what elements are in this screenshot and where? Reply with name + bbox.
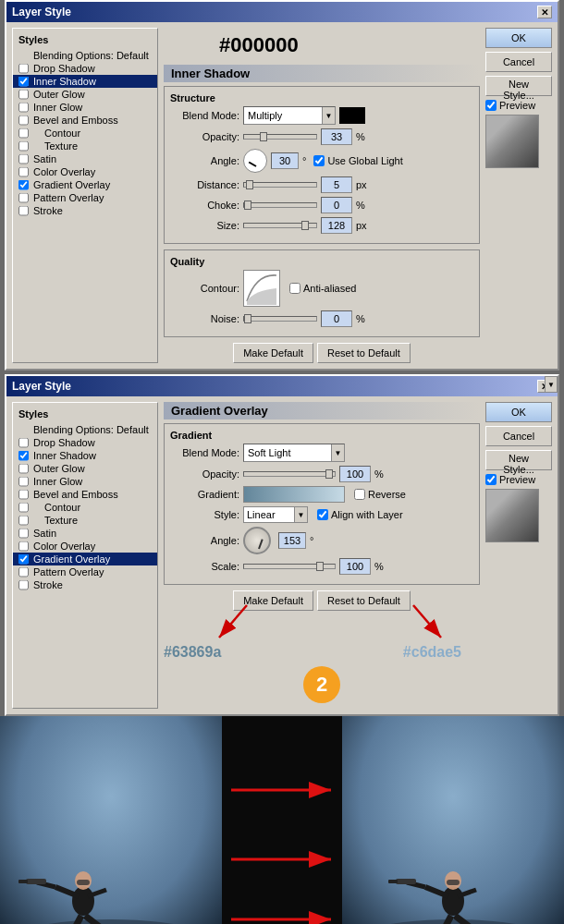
opacity-value[interactable]: 33 (321, 128, 352, 145)
sidebar1-checkbox-contour[interactable] (18, 128, 29, 139)
sidebar2-checkbox-inner-glow[interactable] (18, 477, 29, 487)
sidebar1-item-contour[interactable]: Contour (13, 127, 157, 140)
use-global-light-checkbox[interactable] (313, 155, 325, 166)
angle-dial[interactable] (243, 149, 267, 173)
sidebar2-item-color-overlay[interactable]: Color Overlay (13, 540, 157, 553)
sidebar2-checkbox-contour[interactable] (18, 503, 29, 513)
reverse-checkbox[interactable] (354, 489, 365, 500)
sidebar1-checkbox-inner-glow[interactable] (18, 103, 29, 113)
sidebar1-checkbox-bevel-emboss[interactable] (18, 116, 29, 126)
contour-preview[interactable] (243, 270, 280, 307)
sidebar1-checkbox-gradient-overlay[interactable] (18, 180, 29, 190)
choke-slider[interactable] (243, 202, 317, 208)
sidebar1-checkbox-stroke[interactable] (18, 206, 29, 216)
sidebar1-item-bevel-emboss[interactable]: Bevel and Emboss (13, 114, 157, 127)
sidebar2-item-satin[interactable]: Satin (13, 527, 157, 540)
grad-blend-mode-dropdown[interactable]: Soft Light ▼ (243, 444, 345, 462)
noise-value[interactable]: 0 (321, 310, 352, 327)
anti-aliased-label[interactable]: Anti-aliased (289, 283, 356, 294)
sidebar2-item-bevel-emboss[interactable]: Bevel and Emboss (13, 488, 157, 501)
sidebar2-item-inner-glow[interactable]: Inner Glow (13, 475, 157, 488)
cancel-button-2[interactable]: Cancel (485, 426, 552, 446)
ok-button-1[interactable]: OK (485, 28, 552, 48)
align-with-layer-checkbox[interactable] (317, 509, 328, 520)
new-style-button-1[interactable]: New Style... (485, 76, 552, 96)
sidebar1-blending-options[interactable]: Blending Options: Default (13, 49, 157, 62)
grad-opacity-slider[interactable] (243, 471, 336, 477)
sidebar1-checkbox-drop-shadow[interactable] (18, 64, 29, 74)
distance-thumb[interactable] (246, 180, 253, 189)
ok-button-2[interactable]: OK (485, 402, 552, 422)
sidebar1-checkbox-inner-shadow[interactable] (18, 77, 29, 87)
distance-slider[interactable] (243, 182, 317, 188)
sidebar2-item-texture[interactable]: Texture (13, 514, 157, 527)
grad-scale-slider[interactable] (243, 564, 336, 569)
sidebar2-checkbox-satin[interactable] (18, 529, 29, 539)
choke-value[interactable]: 0 (321, 197, 352, 213)
sidebar2-checkbox-color-overlay[interactable] (18, 541, 29, 552)
sidebar2-item-inner-shadow[interactable]: Inner Shadow (13, 449, 157, 462)
dialog1-close-button[interactable]: ✕ (537, 6, 552, 18)
sidebar2-checkbox-drop-shadow[interactable] (18, 438, 29, 448)
reverse-label[interactable]: Reverse (354, 489, 406, 500)
grad-opacity-thumb[interactable] (325, 469, 333, 479)
sidebar1-checkbox-color-overlay[interactable] (18, 167, 29, 177)
angle-value[interactable]: 30 (271, 152, 299, 169)
sidebar2-item-drop-shadow[interactable]: Drop Shadow (13, 436, 157, 449)
sidebar2-item-contour[interactable]: Contour (13, 501, 157, 514)
opacity-thumb[interactable] (260, 132, 267, 141)
sidebar2-checkbox-bevel-emboss[interactable] (18, 490, 29, 500)
sidebar1-item-color-overlay[interactable]: Color Overlay (13, 165, 157, 178)
choke-thumb[interactable] (244, 201, 251, 210)
sidebar1-item-texture[interactable]: Texture (13, 140, 157, 152)
preview-label-2[interactable]: Preview (485, 474, 552, 485)
sidebar2-checkbox-gradient-overlay[interactable] (18, 554, 29, 565)
sidebar2-checkbox-outer-glow[interactable] (18, 464, 29, 474)
sidebar1-checkbox-pattern-overlay[interactable] (18, 193, 29, 203)
sidebar2-checkbox-stroke[interactable] (18, 580, 29, 590)
make-default-button[interactable]: Make Default (233, 343, 313, 363)
sidebar1-checkbox-texture[interactable] (18, 141, 29, 152)
grad-scale-value[interactable]: 100 (339, 558, 371, 575)
grad-style-dropdown[interactable]: Linear ▼ (243, 506, 308, 523)
use-global-light-label[interactable]: Use Global Light (313, 155, 402, 166)
grad-angle-value[interactable]: 153 (278, 532, 306, 549)
sidebar2-item-pattern-overlay[interactable]: Pattern Overlay (13, 565, 157, 578)
sidebar1-item-gradient-overlay[interactable]: Gradient Overlay (13, 178, 157, 191)
new-style-button-2[interactable]: New Style... (485, 450, 552, 470)
blend-mode-dropdown[interactable]: Multiply ▼ (243, 106, 336, 125)
size-thumb[interactable] (301, 221, 309, 230)
sidebar2-checkbox-texture[interactable] (18, 516, 29, 526)
sidebar1-item-stroke[interactable]: Stroke (13, 204, 157, 217)
sidebar1-item-inner-shadow[interactable]: Inner Shadow (13, 75, 157, 88)
opacity-slider[interactable] (243, 134, 317, 140)
sidebar2-item-outer-glow[interactable]: Outer Glow (13, 462, 157, 475)
sidebar1-item-drop-shadow[interactable]: Drop Shadow (13, 62, 157, 75)
grad-opacity-value[interactable]: 100 (339, 466, 371, 482)
size-slider[interactable] (243, 223, 317, 228)
blend-color-swatch[interactable] (339, 107, 365, 124)
size-value[interactable]: 128 (321, 217, 352, 234)
sidebar1-item-satin[interactable]: Satin (13, 152, 157, 165)
distance-value[interactable]: 5 (321, 176, 352, 193)
preview-checkbox-1[interactable] (485, 100, 497, 111)
sidebar2-checkbox-pattern-overlay[interactable] (18, 567, 29, 578)
align-with-layer-label[interactable]: Align with Layer (317, 509, 403, 520)
sidebar1-checkbox-satin[interactable] (18, 154, 29, 164)
noise-slider[interactable] (243, 316, 317, 322)
sidebar2-blending-options[interactable]: Blending Options: Default (13, 423, 157, 436)
sidebar2-item-gradient-overlay[interactable]: Gradient Overlay (13, 553, 157, 565)
cancel-button-1[interactable]: Cancel (485, 52, 552, 72)
grad-angle-dial[interactable] (243, 527, 271, 554)
sidebar2-checkbox-inner-shadow[interactable] (18, 451, 29, 461)
sidebar2-item-stroke[interactable]: Stroke (13, 578, 157, 591)
preview-label-1[interactable]: Preview (485, 100, 552, 111)
preview-checkbox-2[interactable] (485, 474, 497, 485)
sidebar1-item-outer-glow[interactable]: Outer Glow (13, 88, 157, 101)
gradient-bar[interactable] (243, 486, 345, 503)
grad-bar-arrow[interactable]: ▼ (545, 376, 558, 393)
reset-to-default-button[interactable]: Reset to Default (317, 343, 411, 363)
anti-aliased-checkbox[interactable] (289, 283, 300, 294)
grad-scale-thumb[interactable] (316, 562, 324, 571)
noise-thumb[interactable] (244, 314, 251, 323)
